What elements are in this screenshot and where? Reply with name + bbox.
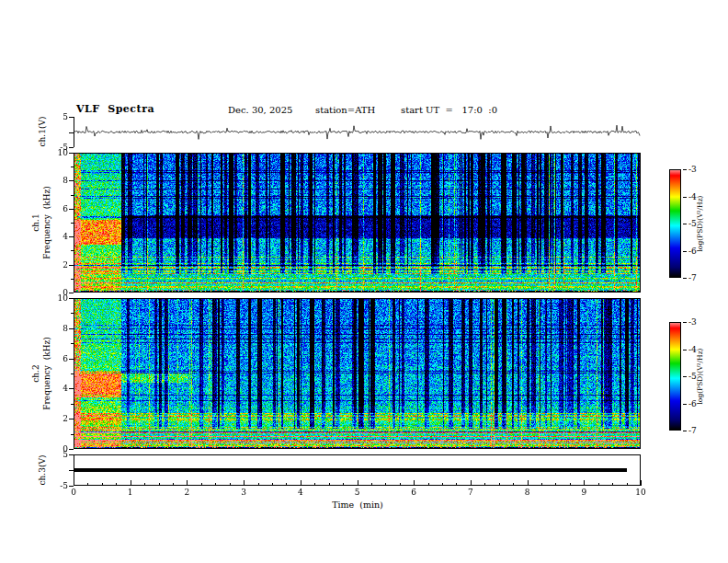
time-axis-label: Time (min) <box>320 500 395 509</box>
colorbar-tick-label: -3 <box>688 318 705 327</box>
freq-minor-tick-mark <box>71 434 74 435</box>
x-tick-label: 10 <box>631 488 650 497</box>
freq-tick-mark <box>69 180 74 181</box>
start-ut-label: start UT = 17:0 :0 <box>401 105 497 115</box>
freq-tick-mark <box>69 293 74 293</box>
x-tick-mark <box>244 480 245 486</box>
freq-minor-tick-mark <box>71 167 74 167</box>
colorbar-1 <box>669 169 681 278</box>
freq-tick-mark <box>69 265 74 266</box>
x-minor-tick-mark <box>612 483 613 486</box>
x-tick-label: 3 <box>234 488 253 497</box>
freq-tick-mark <box>69 153 74 154</box>
freq-tick-label: 4 <box>53 233 68 241</box>
x-tick-label: 6 <box>404 488 423 497</box>
colorbar-tick-mark <box>683 251 687 252</box>
freq-tick-mark <box>69 359 74 360</box>
ch3-voltage-axis-label: ch.3(V) <box>38 415 47 525</box>
x-minor-tick-mark <box>230 483 231 486</box>
volt-tick-mark <box>69 132 74 133</box>
x-minor-tick-mark <box>286 483 287 486</box>
colorbar-tick-label: -4 <box>688 346 705 354</box>
colorbar-tick-mark <box>683 431 687 431</box>
x-minor-tick-mark <box>484 483 485 486</box>
freq-tick-mark <box>69 298 74 299</box>
colorbar-2 <box>669 322 681 431</box>
x-tick-mark <box>301 480 301 486</box>
freq-minor-tick-mark <box>71 223 74 224</box>
volt-tick-mark <box>69 147 74 148</box>
freq-minor-tick-mark <box>71 404 74 405</box>
colorbar-tick-mark <box>683 404 687 405</box>
ch1-waveform-canvas <box>74 117 641 147</box>
x-minor-tick-mark <box>456 483 457 486</box>
x-tick-label: 2 <box>177 488 196 497</box>
freq-tick-label: 2 <box>53 415 68 423</box>
x-tick-mark <box>74 480 74 486</box>
x-tick-label: 9 <box>574 488 593 497</box>
colorbar-tick-mark <box>683 376 687 377</box>
ch2-spectrogram-panel <box>74 298 641 449</box>
x-tick-mark <box>358 480 358 486</box>
ch1-channel-axis-label: ch.1 <box>31 167 40 278</box>
volt-tick-label: 5 <box>51 113 68 121</box>
x-minor-tick-mark <box>102 483 103 486</box>
ch1-waveform-panel <box>74 117 642 147</box>
freq-tick-mark <box>69 209 74 210</box>
freq-tick-mark <box>69 449 74 450</box>
colorbar-tick-label: -7 <box>688 427 705 435</box>
x-tick-mark <box>131 480 131 486</box>
ch1-frequency-axis-label: Frequency (kHz) <box>42 167 51 278</box>
vlf-spectra-plot: VLF Spectra Dec. 30, 2025 station=ATH st… <box>0 0 728 563</box>
x-minor-tick-mark <box>513 483 514 486</box>
freq-tick-label: 4 <box>53 385 68 393</box>
ch2-spectrogram-canvas <box>74 299 640 448</box>
x-minor-tick-mark <box>159 483 160 486</box>
x-tick-label: 8 <box>518 488 537 497</box>
freq-minor-tick-mark <box>71 250 74 251</box>
ch1-spectrogram-panel <box>74 153 641 293</box>
x-tick-mark <box>584 480 585 486</box>
ch1-spectrogram-canvas <box>74 154 640 292</box>
x-minor-tick-mark <box>343 483 344 486</box>
x-minor-tick-mark <box>314 483 315 486</box>
x-minor-tick-mark <box>555 483 556 486</box>
freq-minor-tick-mark <box>71 373 74 374</box>
x-minor-tick-mark <box>598 483 599 486</box>
colorbar-tick-label: -4 <box>688 193 705 201</box>
x-minor-tick-mark <box>570 483 571 486</box>
freq-tick-label: 2 <box>53 261 68 270</box>
freq-tick-label: 8 <box>53 177 68 185</box>
freq-minor-tick-mark <box>71 195 74 196</box>
x-minor-tick-mark <box>428 483 429 486</box>
x-minor-tick-mark <box>541 483 542 486</box>
date-label: Dec. 30, 2025 <box>228 105 292 115</box>
x-tick-mark <box>187 480 188 486</box>
colorbar-tick-mark <box>683 197 687 198</box>
colorbar-tick-mark <box>683 224 687 224</box>
colorbar-tick-mark <box>683 169 687 170</box>
x-tick-label: 7 <box>461 488 480 497</box>
volt-tick-mark <box>69 117 74 118</box>
x-tick-mark <box>471 480 472 486</box>
x-minor-tick-mark <box>400 483 401 486</box>
x-tick-mark <box>641 480 642 486</box>
x-minor-tick-mark <box>116 483 117 486</box>
colorbar-tick-mark <box>683 350 687 350</box>
freq-tick-mark <box>69 419 74 419</box>
colorbar-tick-label: -6 <box>688 247 705 256</box>
x-minor-tick-mark <box>442 483 443 486</box>
x-minor-tick-mark <box>371 483 372 486</box>
volt-tick-mark <box>69 454 74 455</box>
colorbar-tick-label: -5 <box>688 373 705 381</box>
ch2-frequency-axis-label: Frequency (kHz) <box>42 318 51 429</box>
colorbar-tick-mark <box>683 278 687 279</box>
freq-tick-label: 8 <box>53 325 68 333</box>
x-minor-tick-mark <box>627 483 628 486</box>
station-label: station=ATH <box>315 105 375 115</box>
freq-tick-mark <box>69 328 74 329</box>
freq-minor-tick-mark <box>71 343 74 344</box>
volt-tick-mark <box>69 470 74 471</box>
volt-tick-label: -5 <box>51 482 68 490</box>
ch2-channel-axis-label: ch.2 <box>31 318 40 429</box>
